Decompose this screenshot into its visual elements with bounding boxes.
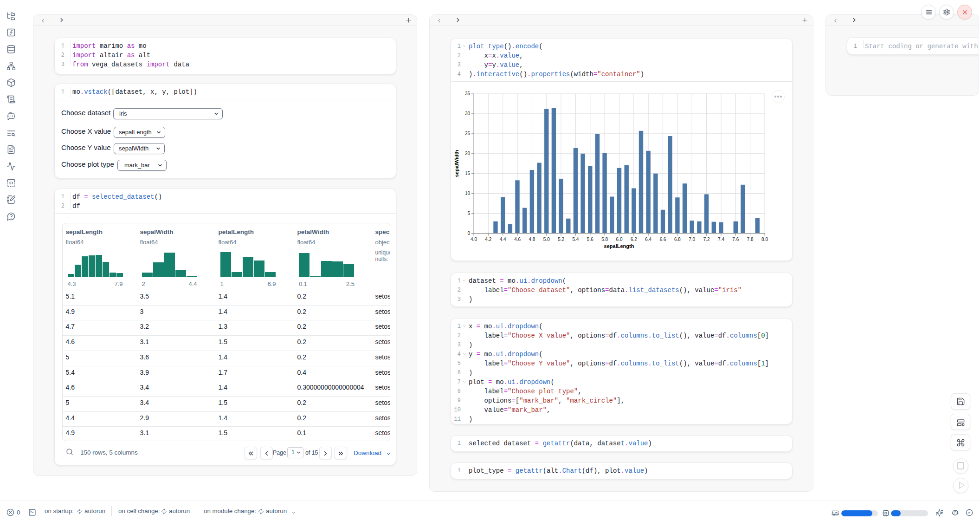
- svg-text:5.4: 5.4: [572, 237, 579, 242]
- svg-text:4.4: 4.4: [500, 237, 506, 242]
- svg-text:7.0: 7.0: [689, 237, 695, 242]
- svg-text:5.2: 5.2: [558, 237, 564, 242]
- svg-text:4.0: 4.0: [471, 237, 477, 242]
- svg-text:7.8: 7.8: [747, 237, 754, 242]
- svg-text:8.0: 8.0: [761, 237, 768, 242]
- svg-text:25: 25: [465, 131, 471, 136]
- svg-text:7.4: 7.4: [718, 237, 724, 242]
- svg-text:6.0: 6.0: [616, 237, 623, 242]
- svg-text:5.6: 5.6: [587, 237, 593, 242]
- svg-text:6.2: 6.2: [631, 237, 637, 242]
- svg-text:15: 15: [465, 171, 471, 176]
- svg-text:20: 20: [465, 151, 471, 156]
- svg-text:5: 5: [467, 211, 470, 216]
- svg-text:4.6: 4.6: [514, 237, 521, 242]
- svg-text:sepalWidth: sepalWidth: [454, 150, 459, 177]
- svg-text:30: 30: [465, 111, 471, 116]
- svg-text:6.4: 6.4: [645, 237, 651, 242]
- svg-text:4.8: 4.8: [529, 237, 535, 242]
- svg-text:6.8: 6.8: [674, 237, 681, 242]
- svg-text:4.2: 4.2: [485, 237, 491, 242]
- svg-text:35: 35: [465, 91, 471, 96]
- svg-text:7.2: 7.2: [703, 237, 710, 242]
- svg-text:5.0: 5.0: [543, 237, 550, 242]
- svg-text:5.8: 5.8: [601, 237, 608, 242]
- svg-text:sepalLength: sepalLength: [604, 243, 634, 249]
- svg-text:0: 0: [467, 231, 470, 236]
- svg-text:10: 10: [465, 191, 471, 196]
- svg-text:6.6: 6.6: [660, 237, 666, 242]
- svg-text:7.6: 7.6: [732, 237, 739, 242]
